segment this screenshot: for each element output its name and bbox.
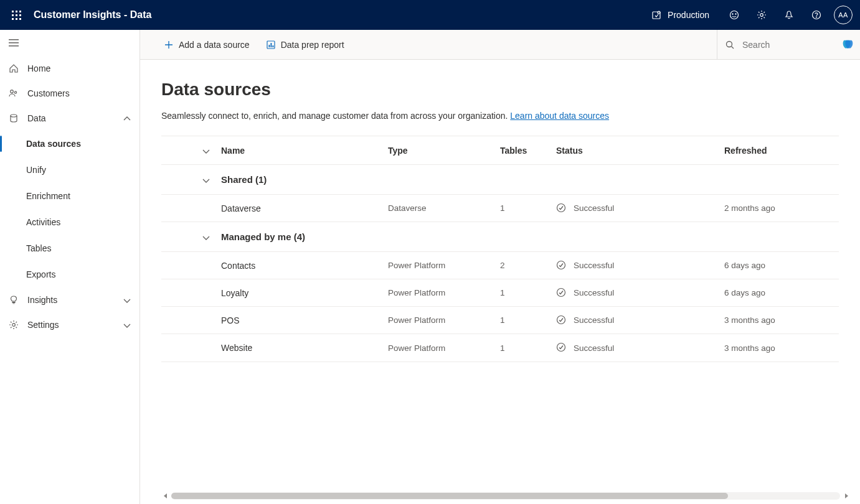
subnav-label: Data sources xyxy=(26,139,81,149)
data-source-row[interactable]: Website Power Platform 1 Successful 3 mo… xyxy=(161,334,839,362)
check-circle-icon xyxy=(556,342,567,353)
data-source-row[interactable]: Loyalty Power Platform 1 Successful 6 da… xyxy=(161,279,839,307)
nav-data[interactable]: Data xyxy=(0,106,139,131)
col-header-tables[interactable]: Tables xyxy=(500,146,556,156)
nav-settings[interactable]: Settings xyxy=(0,312,139,337)
cell-refreshed: 6 days ago xyxy=(724,288,839,297)
bell-icon xyxy=(784,10,794,20)
check-circle-icon xyxy=(556,260,567,271)
app-launcher[interactable] xyxy=(4,2,29,27)
gear-icon xyxy=(757,10,767,20)
people-icon xyxy=(9,88,24,98)
data-source-row[interactable]: Contacts Power Platform 2 Successful 6 d… xyxy=(161,252,839,279)
col-header-type[interactable]: Type xyxy=(388,146,500,156)
copilot-button[interactable] xyxy=(835,38,860,52)
nav-label: Settings xyxy=(27,320,122,330)
data-sources-table: Name Type Tables Status Refreshed Shared… xyxy=(161,136,839,362)
learn-more-link[interactable]: Learn about data sources xyxy=(510,111,609,121)
feedback-button[interactable] xyxy=(721,1,748,29)
group-row-shared[interactable]: Shared (1) xyxy=(161,165,839,195)
copilot-icon xyxy=(841,38,854,52)
horizontal-scrollbar[interactable] xyxy=(161,492,850,500)
search-icon xyxy=(725,40,735,50)
database-icon xyxy=(9,113,24,123)
sidebar-toggle[interactable] xyxy=(0,30,139,56)
col-header-refreshed[interactable]: Refreshed xyxy=(724,146,839,156)
nav-insights[interactable]: Insights xyxy=(0,287,139,312)
group-label: Shared (1) xyxy=(221,174,388,185)
smile-icon xyxy=(729,10,739,20)
col-header-status[interactable]: Status xyxy=(556,146,724,156)
cell-status: Successful xyxy=(556,287,724,299)
group-row-managed[interactable]: Managed by me (4) xyxy=(161,222,839,252)
cell-type: Dataverse xyxy=(388,203,500,213)
scroll-right-arrow[interactable] xyxy=(843,492,850,500)
help-button[interactable] xyxy=(803,1,830,29)
cmd-label: Data prep report xyxy=(281,40,344,50)
col-header-name[interactable]: Name xyxy=(221,146,388,156)
check-circle-icon xyxy=(556,315,567,326)
page-description-text: Seamlessly connect to, enrich, and manag… xyxy=(161,111,510,121)
notifications-button[interactable] xyxy=(775,1,803,29)
environment-picker[interactable]: Production xyxy=(640,10,721,20)
scroll-thumb[interactable] xyxy=(171,493,728,499)
app-title: Customer Insights - Data xyxy=(29,9,151,21)
bulb-icon xyxy=(9,295,24,305)
cell-name: Loyalty xyxy=(221,288,388,298)
cell-type: Power Platform xyxy=(388,261,500,270)
cell-name: Contacts xyxy=(221,261,388,271)
subnav-tables[interactable]: Tables xyxy=(0,235,139,261)
sidebar: Home Customers Data Data sources Unify E… xyxy=(0,30,140,504)
subnav-data-sources[interactable]: Data sources xyxy=(0,131,139,157)
subnav-activities[interactable]: Activities xyxy=(0,209,139,235)
search-box[interactable] xyxy=(717,30,835,59)
data-source-row[interactable]: POS Power Platform 1 Successful 3 months… xyxy=(161,307,839,334)
cell-refreshed: 6 days ago xyxy=(724,261,839,270)
cell-tables: 2 xyxy=(500,261,556,270)
scroll-track[interactable] xyxy=(171,492,840,500)
command-bar: Add a data source Data prep report xyxy=(140,30,860,60)
cell-status: Successful xyxy=(556,260,724,271)
subnav-label: Tables xyxy=(26,243,51,253)
nav-label: Customers xyxy=(27,88,131,98)
nav-home[interactable]: Home xyxy=(0,56,139,81)
group-label: Managed by me (4) xyxy=(221,231,388,242)
cell-tables: 1 xyxy=(500,315,556,325)
add-data-source-button[interactable]: Add a data source xyxy=(159,30,255,59)
cell-name: Dataverse xyxy=(221,203,388,213)
subnav-unify[interactable]: Unify xyxy=(0,157,139,183)
cell-type: Power Platform xyxy=(388,288,500,297)
content-area: Data sources Seamlessly connect to, enri… xyxy=(140,60,860,504)
cell-tables: 1 xyxy=(500,288,556,297)
data-source-row[interactable]: Dataverse Dataverse 1 Successful 2 month… xyxy=(161,195,839,222)
search-input[interactable] xyxy=(741,39,810,50)
cell-refreshed: 3 months ago xyxy=(724,315,839,325)
cell-type: Power Platform xyxy=(388,343,500,353)
environment-name: Production xyxy=(668,10,709,20)
scroll-left-arrow[interactable] xyxy=(161,492,169,500)
chevron-up-icon xyxy=(122,114,131,123)
subnav-enrichment[interactable]: Enrichment xyxy=(0,183,139,209)
check-circle-icon xyxy=(556,287,567,299)
chart-icon xyxy=(266,40,276,50)
header-expand-all[interactable] xyxy=(161,146,221,155)
settings-button[interactable] xyxy=(748,1,775,29)
data-prep-report-button[interactable]: Data prep report xyxy=(261,30,349,59)
cell-status: Successful xyxy=(556,315,724,326)
account-avatar[interactable]: AA xyxy=(834,6,853,24)
top-bar: Customer Insights - Data Production AA xyxy=(0,0,860,30)
cell-tables: 1 xyxy=(500,203,556,213)
cell-name: Website xyxy=(221,343,388,353)
plus-icon xyxy=(164,40,174,50)
subnav-exports[interactable]: Exports xyxy=(0,261,139,287)
environment-icon xyxy=(651,10,661,20)
page-description: Seamlessly connect to, enrich, and manag… xyxy=(161,111,839,121)
gear-icon xyxy=(9,320,24,330)
page-title: Data sources xyxy=(161,80,839,100)
table-header-row: Name Type Tables Status Refreshed xyxy=(161,136,839,165)
chevron-down-icon xyxy=(161,175,221,184)
chevron-down-icon xyxy=(122,296,131,304)
nav-customers[interactable]: Customers xyxy=(0,81,139,106)
cell-tables: 1 xyxy=(500,343,556,353)
cell-type: Power Platform xyxy=(388,315,500,325)
